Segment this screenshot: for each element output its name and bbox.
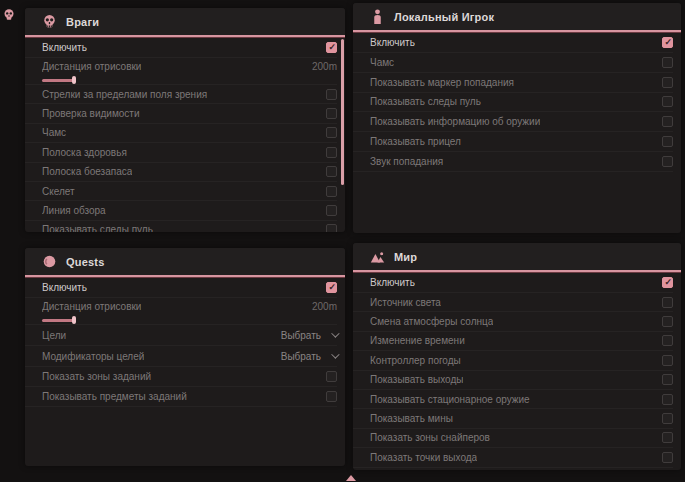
row-label: Показывать информацию об оружии [370,116,540,127]
settings-row: Смена атмосферы солнца [353,312,673,331]
settings-row: Показывать маркер попадания [353,73,673,93]
row-label: Включить [370,37,415,48]
checkbox[interactable] [662,432,673,443]
settings-row: Показать зоны заданий [25,367,337,387]
checkbox[interactable] [326,224,337,232]
row-label: Смена атмосферы солнца [370,316,493,327]
row-label: Включить [42,42,87,53]
panel-quests-header: Quests [25,248,345,275]
settings-row: Полоска здоровья [25,143,337,162]
checkbox[interactable] [662,96,673,107]
checkbox[interactable] [326,147,337,158]
checkbox[interactable] [662,355,673,366]
row-label: Стрелки за пределами поля зрения [42,89,207,100]
checkbox[interactable] [326,42,337,53]
checkbox[interactable] [662,116,673,127]
row-label: Показывать маркер попадания [370,77,514,88]
skull-icon [42,14,57,29]
panel-quests: Quests ВключитьДистанция отрисовки200mЦе… [25,248,345,466]
settings-row: Чамс [353,53,673,73]
mountain-icon [346,475,356,481]
checkbox[interactable] [326,108,337,119]
checkbox[interactable] [326,89,337,100]
panel-title: Враги [66,16,99,28]
settings-row: Дистанция отрисовки200m [25,58,337,85]
scrollbar[interactable] [341,39,344,185]
row-label: Показать зоны снайперов [370,432,490,443]
slider-handle[interactable] [72,316,76,324]
settings-row: Стрелки за пределами поля зрения [25,85,337,104]
settings-row: Проверка видимости [25,104,337,123]
checkbox[interactable] [662,452,673,463]
panel-title: Локальный Игрок [394,11,494,23]
row-label: Показать зоны заданий [42,371,151,382]
panel-local-player-header: Локальный Игрок [353,3,681,30]
settings-row: Показывать прицел [353,132,673,152]
dropdown-value: Выбрать [281,330,321,341]
checkbox[interactable] [326,371,337,382]
row-label: Модификаторы целей [42,351,144,362]
row-label: Звук попадания [370,156,443,167]
checkbox[interactable] [662,374,673,385]
row-label: Цели [42,330,66,341]
checkbox[interactable] [662,77,673,88]
dropdown-select[interactable]: Выбрать [281,351,337,362]
panel-world-header: Мир [353,243,681,270]
settings-row: Показывать следы пуль [353,93,673,113]
slider-value: 200m [312,301,337,312]
row-label: Показать точки выхода [370,452,477,463]
checkbox[interactable] [662,297,673,308]
panel-title: Quests [66,256,105,268]
slider-handle[interactable] [72,76,76,84]
slider[interactable] [42,316,337,324]
checkbox[interactable] [662,156,673,167]
row-label: Показывать следы пуль [42,224,153,232]
row-label: Показывать мины [370,413,453,424]
mountain-icon [370,249,385,264]
slider[interactable] [42,76,337,84]
row-label: Чамс [370,57,394,68]
slider-fill [42,319,74,322]
settings-row: Источник света [353,293,673,312]
settings-row: Скелет [25,182,337,201]
slider-fill [42,79,74,82]
row-label: Дистанция отрисовки [42,61,141,72]
checkbox[interactable] [662,335,673,346]
settings-row: Показывать мины [353,409,673,428]
checkbox[interactable] [326,205,337,216]
checkbox[interactable] [662,394,673,405]
settings-row: Включить [25,37,337,58]
row-label: Показывать следы пуль [370,96,481,107]
checkbox[interactable] [662,316,673,327]
checkbox[interactable] [326,282,337,293]
settings-row: Чамс [25,124,337,143]
dropdown-select[interactable]: Выбрать [281,330,337,341]
settings-row: Показать зоны снайперов [353,429,673,448]
settings-row: Показывать выходы [353,371,673,390]
settings-row: Включить [353,272,673,293]
settings-row: Показывать стационарное оружие [353,390,673,409]
checkbox[interactable] [662,136,673,147]
checkbox[interactable] [326,391,337,402]
settings-row: Полоска боезапаса [25,163,337,182]
chevron-down-icon [331,329,339,337]
row-label: Полоска здоровья [42,147,127,158]
row-label: Изменение времени [370,335,465,346]
checkbox[interactable] [662,57,673,68]
row-label: Показывать предметы заданий [42,391,187,402]
slider-value: 200m [312,61,337,72]
row-label: Скелет [42,186,75,197]
row-label: Чамс [42,127,66,138]
settings-row: Контроллер погоды [353,351,673,370]
checkbox[interactable] [326,166,337,177]
settings-row: Изменение времени [353,332,673,351]
checkbox[interactable] [662,413,673,424]
row-label: Контроллер погоды [370,355,461,366]
checkbox[interactable] [662,277,673,288]
checkbox[interactable] [326,186,337,197]
row-label: Полоска боезапаса [42,166,132,177]
checkbox[interactable] [326,127,337,138]
checkbox[interactable] [662,37,673,48]
panel-world: Мир ВключитьИсточник светаСмена атмосфер… [353,243,681,470]
row-label: Включить [370,277,415,288]
